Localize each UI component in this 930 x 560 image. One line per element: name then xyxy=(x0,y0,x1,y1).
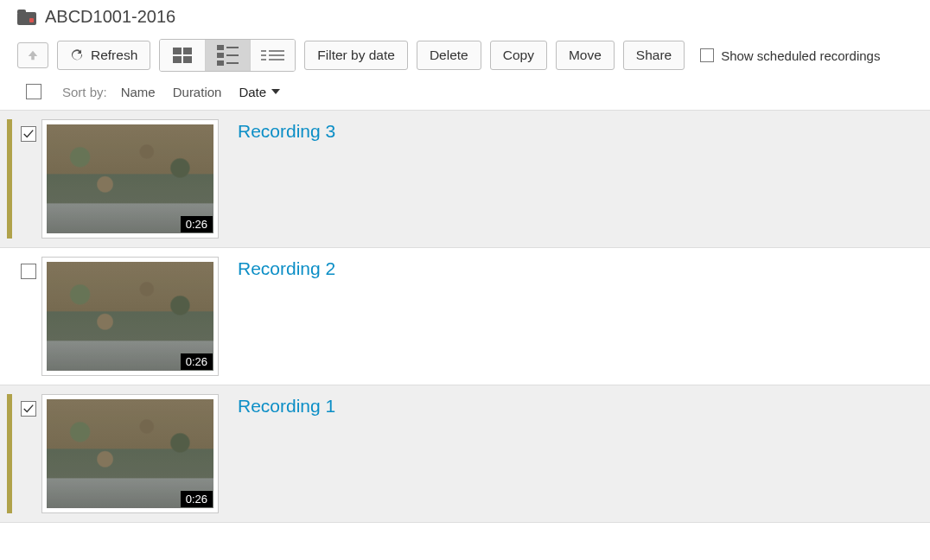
detail-icon xyxy=(217,45,239,66)
recording-row[interactable]: 0:26Recording 3 xyxy=(0,111,930,248)
sort-duration[interactable]: Duration xyxy=(173,85,222,99)
copy-button[interactable]: Copy xyxy=(490,41,547,70)
thumbnail[interactable]: 0:26 xyxy=(41,257,219,376)
check-icon xyxy=(22,403,35,415)
show-scheduled-checkbox[interactable] xyxy=(700,48,714,62)
thumbnail[interactable]: 0:26 xyxy=(41,394,219,513)
move-button[interactable]: Move xyxy=(556,41,615,70)
thumbnail[interactable]: 0:26 xyxy=(41,119,219,239)
list-icon xyxy=(261,50,284,60)
sort-by-label: Sort by: xyxy=(62,85,107,99)
arrow-up-icon xyxy=(27,49,39,61)
sort-name[interactable]: Name xyxy=(121,85,156,99)
filter-by-date-button[interactable]: Filter by date xyxy=(304,41,408,70)
recording-row[interactable]: 0:26Recording 1 xyxy=(0,385,930,523)
recording-title[interactable]: Recording 3 xyxy=(238,121,335,142)
row-checkbox[interactable] xyxy=(21,126,36,142)
row-checkbox[interactable] xyxy=(21,264,36,279)
duration-badge: 0:26 xyxy=(181,353,213,370)
refresh-icon xyxy=(70,48,84,62)
refresh-button[interactable]: Refresh xyxy=(57,41,150,70)
refresh-label: Refresh xyxy=(91,48,137,63)
duration-badge: 0:26 xyxy=(181,216,213,232)
select-all-checkbox[interactable] xyxy=(26,84,41,99)
show-scheduled-label: Show scheduled recordings xyxy=(721,48,880,63)
view-list-button[interactable] xyxy=(250,40,295,71)
view-mode-group xyxy=(159,39,296,72)
page-title: ABCD1001-2016 xyxy=(45,7,175,27)
selection-edge xyxy=(7,394,12,513)
grid-icon xyxy=(173,48,192,63)
duration-badge: 0:26 xyxy=(181,491,213,507)
recording-title[interactable]: Recording 1 xyxy=(238,396,335,417)
check-icon xyxy=(22,128,35,140)
view-grid-button[interactable] xyxy=(160,40,205,71)
recording-row[interactable]: 0:26Recording 2 xyxy=(0,248,930,385)
selection-edge xyxy=(7,119,12,239)
sort-date[interactable]: Date xyxy=(239,85,280,99)
up-button[interactable] xyxy=(17,42,48,68)
share-button[interactable]: Share xyxy=(623,41,685,70)
view-detail-button[interactable] xyxy=(205,40,250,71)
caret-down-icon xyxy=(271,89,280,94)
folder-icon xyxy=(17,10,36,25)
row-checkbox[interactable] xyxy=(21,401,36,417)
recording-title[interactable]: Recording 2 xyxy=(238,258,335,279)
delete-button[interactable]: Delete xyxy=(417,41,481,70)
